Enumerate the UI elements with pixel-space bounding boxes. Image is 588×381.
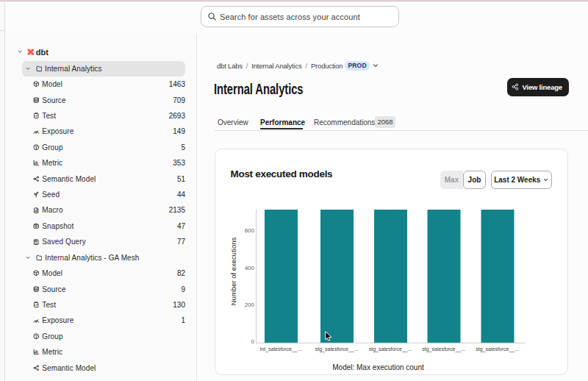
svg-text:200: 200 bbox=[245, 302, 255, 308]
svg-text:int_salesforce__...: int_salesforce__... bbox=[260, 346, 302, 352]
svg-text:Number of executions: Number of executions bbox=[229, 238, 237, 306]
svg-text:0: 0 bbox=[251, 338, 255, 345]
svg-text:stg_salesforce__...: stg_salesforce__... bbox=[422, 346, 465, 352]
svg-text:Model: Max execution count: Model: Max execution count bbox=[332, 363, 424, 371]
svg-text:stg_salesforce__...: stg_salesforce__... bbox=[369, 346, 412, 352]
svg-text:stg_salesforce__...: stg_salesforce__... bbox=[315, 346, 359, 352]
svg-text:600: 600 bbox=[245, 227, 255, 234]
svg-text:400: 400 bbox=[245, 265, 255, 271]
svg-text:stg_salesforce__...: stg_salesforce__... bbox=[476, 346, 519, 352]
